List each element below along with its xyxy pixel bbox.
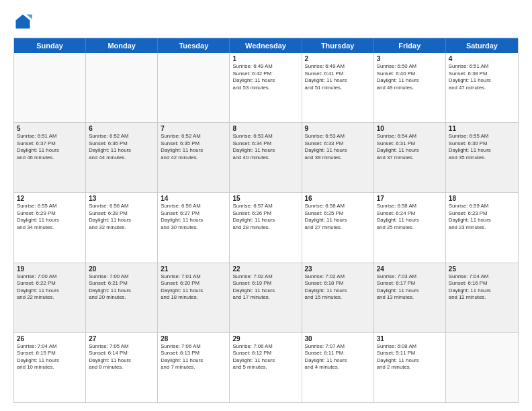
day-cell-18: 18Sunrise: 6:59 AM Sunset: 6:23 PM Dayli… [446,193,518,262]
day-cell-22: 22Sunrise: 7:02 AM Sunset: 6:19 PM Dayli… [230,263,302,332]
day-info: Sunrise: 7:02 AM Sunset: 6:18 PM Dayligh… [305,273,371,302]
day-info: Sunrise: 6:58 AM Sunset: 6:25 PM Dayligh… [305,203,371,231]
day-cell-1: 1Sunrise: 6:49 AM Sunset: 6:42 PM Daylig… [230,53,302,122]
day-info: Sunrise: 6:54 AM Sunset: 6:31 PM Dayligh… [377,133,443,161]
weekday-header-tuesday: Tuesday [158,38,230,53]
day-cell-29: 29Sunrise: 7:06 AM Sunset: 6:12 PM Dayli… [230,333,302,402]
day-cell-12: 12Sunrise: 6:55 AM Sunset: 6:29 PM Dayli… [14,193,86,262]
day-cell-17: 17Sunrise: 6:58 AM Sunset: 6:24 PM Dayli… [374,193,446,262]
day-cell-5: 5Sunrise: 6:51 AM Sunset: 6:37 PM Daylig… [14,123,86,192]
day-cell-11: 11Sunrise: 6:55 AM Sunset: 6:30 PM Dayli… [446,123,518,192]
day-number: 25 [449,265,515,273]
day-number: 3 [377,55,443,62]
day-info: Sunrise: 6:51 AM Sunset: 6:38 PM Dayligh… [449,63,515,91]
day-number: 6 [89,125,154,132]
day-cell-27: 27Sunrise: 7:05 AM Sunset: 6:14 PM Dayli… [86,333,158,402]
day-number: 8 [232,125,298,132]
day-number: 9 [305,125,371,132]
empty-cell [14,53,86,122]
calendar-row: 26Sunrise: 7:04 AM Sunset: 6:15 PM Dayli… [14,333,518,402]
day-number: 20 [89,265,154,273]
day-number: 22 [232,265,298,273]
day-number: 18 [449,195,515,202]
day-cell-24: 24Sunrise: 7:03 AM Sunset: 6:17 PM Dayli… [374,263,446,332]
day-info: Sunrise: 7:00 AM Sunset: 6:22 PM Dayligh… [17,273,83,302]
day-cell-3: 3Sunrise: 6:50 AM Sunset: 6:40 PM Daylig… [374,53,446,122]
calendar-row: 5Sunrise: 6:51 AM Sunset: 6:37 PM Daylig… [14,123,518,193]
weekday-header-wednesday: Wednesday [230,38,302,53]
day-info: Sunrise: 7:05 AM Sunset: 6:14 PM Dayligh… [89,343,154,371]
day-info: Sunrise: 7:03 AM Sunset: 6:17 PM Dayligh… [377,273,443,302]
day-info: Sunrise: 6:08 AM Sunset: 5:11 PM Dayligh… [377,343,443,371]
day-cell-21: 21Sunrise: 7:01 AM Sunset: 6:20 PM Dayli… [158,263,230,332]
day-cell-28: 28Sunrise: 7:06 AM Sunset: 6:13 PM Dayli… [158,333,230,402]
day-info: Sunrise: 6:53 AM Sunset: 6:34 PM Dayligh… [232,133,298,161]
weekday-header-thursday: Thursday [302,38,374,53]
day-number: 29 [232,335,298,342]
day-number: 24 [377,265,443,273]
day-number: 2 [305,55,371,62]
day-cell-7: 7Sunrise: 6:52 AM Sunset: 6:35 PM Daylig… [158,123,230,192]
day-number: 4 [449,55,515,62]
day-info: Sunrise: 7:06 AM Sunset: 6:12 PM Dayligh… [232,343,298,371]
calendar-row: 1Sunrise: 6:49 AM Sunset: 6:42 PM Daylig… [14,53,518,123]
day-cell-23: 23Sunrise: 7:02 AM Sunset: 6:18 PM Dayli… [302,263,374,332]
day-cell-14: 14Sunrise: 6:56 AM Sunset: 6:27 PM Dayli… [158,193,230,262]
page: SundayMondayTuesdayWednesdayThursdayFrid… [0,0,532,411]
day-info: Sunrise: 6:52 AM Sunset: 6:35 PM Dayligh… [161,133,226,161]
day-cell-25: 25Sunrise: 7:04 AM Sunset: 6:16 PM Dayli… [446,263,518,332]
calendar: SundayMondayTuesdayWednesdayThursdayFrid… [13,38,519,403]
day-number: 11 [449,125,515,132]
day-number: 27 [89,335,154,342]
day-cell-10: 10Sunrise: 6:54 AM Sunset: 6:31 PM Dayli… [374,123,446,192]
day-number: 17 [377,195,443,202]
day-number: 10 [377,125,443,132]
day-number: 13 [89,195,154,202]
day-info: Sunrise: 6:49 AM Sunset: 6:42 PM Dayligh… [232,63,298,91]
header [13,12,519,31]
day-number: 21 [161,265,226,273]
day-cell-9: 9Sunrise: 6:53 AM Sunset: 6:33 PM Daylig… [302,123,374,192]
day-info: Sunrise: 6:56 AM Sunset: 6:28 PM Dayligh… [89,203,154,231]
day-number: 1 [232,55,298,62]
day-number: 31 [377,335,443,342]
day-info: Sunrise: 6:55 AM Sunset: 6:30 PM Dayligh… [449,133,515,161]
day-cell-8: 8Sunrise: 6:53 AM Sunset: 6:34 PM Daylig… [230,123,302,192]
day-number: 15 [232,195,298,202]
day-info: Sunrise: 7:04 AM Sunset: 6:15 PM Dayligh… [17,343,83,371]
day-number: 14 [161,195,226,202]
day-info: Sunrise: 6:59 AM Sunset: 6:23 PM Dayligh… [449,203,515,231]
day-info: Sunrise: 6:51 AM Sunset: 6:37 PM Dayligh… [17,133,83,161]
day-cell-20: 20Sunrise: 7:00 AM Sunset: 6:21 PM Dayli… [86,263,158,332]
day-cell-26: 26Sunrise: 7:04 AM Sunset: 6:15 PM Dayli… [14,333,86,402]
day-cell-16: 16Sunrise: 6:58 AM Sunset: 6:25 PM Dayli… [302,193,374,262]
weekday-header-monday: Monday [86,38,158,53]
day-number: 23 [305,265,371,273]
day-info: Sunrise: 6:56 AM Sunset: 6:27 PM Dayligh… [161,203,226,231]
weekday-header-friday: Friday [374,38,446,53]
calendar-header: SundayMondayTuesdayWednesdayThursdayFrid… [14,38,518,53]
day-cell-6: 6Sunrise: 6:52 AM Sunset: 6:36 PM Daylig… [86,123,158,192]
day-number: 30 [305,335,371,342]
logo [13,12,35,31]
day-info: Sunrise: 6:52 AM Sunset: 6:36 PM Dayligh… [89,133,154,161]
day-cell-19: 19Sunrise: 7:00 AM Sunset: 6:22 PM Dayli… [14,263,86,332]
day-info: Sunrise: 7:06 AM Sunset: 6:13 PM Dayligh… [161,343,226,371]
weekday-header-saturday: Saturday [446,38,518,53]
day-cell-30: 30Sunrise: 7:07 AM Sunset: 6:11 PM Dayli… [302,333,374,402]
day-number: 12 [17,195,83,202]
day-info: Sunrise: 6:55 AM Sunset: 6:29 PM Dayligh… [17,203,83,231]
day-number: 16 [305,195,371,202]
calendar-row: 12Sunrise: 6:55 AM Sunset: 6:29 PM Dayli… [14,193,518,263]
day-info: Sunrise: 6:53 AM Sunset: 6:33 PM Dayligh… [305,133,371,161]
day-cell-15: 15Sunrise: 6:57 AM Sunset: 6:26 PM Dayli… [230,193,302,262]
logo-icon [13,12,32,31]
day-number: 26 [17,335,83,342]
empty-cell [446,333,518,402]
day-cell-2: 2Sunrise: 6:49 AM Sunset: 6:41 PM Daylig… [302,53,374,122]
day-cell-31: 31Sunrise: 6:08 AM Sunset: 5:11 PM Dayli… [374,333,446,402]
day-number: 7 [161,125,226,132]
day-cell-4: 4Sunrise: 6:51 AM Sunset: 6:38 PM Daylig… [446,53,518,122]
weekday-header-sunday: Sunday [14,38,86,53]
day-cell-13: 13Sunrise: 6:56 AM Sunset: 6:28 PM Dayli… [86,193,158,262]
